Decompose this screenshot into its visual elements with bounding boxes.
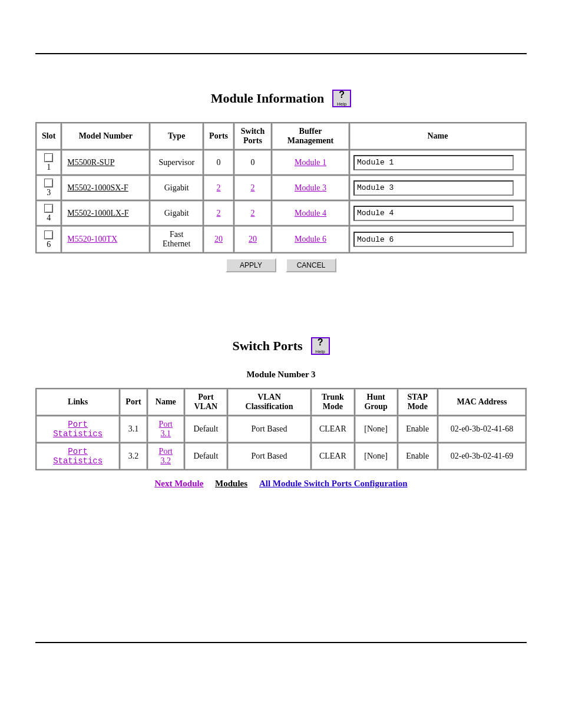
ports-link[interactable]: 2 bbox=[217, 209, 221, 218]
col-buffer: Buffer Management bbox=[272, 123, 349, 149]
module-name-input[interactable] bbox=[353, 206, 514, 221]
port-vlan-cell: Default bbox=[185, 443, 227, 469]
slot-number: 6 bbox=[43, 241, 54, 249]
col-model: Model Number bbox=[62, 123, 149, 149]
buffer-cell: Module 1 bbox=[272, 150, 349, 174]
slot-checkbox[interactable] bbox=[44, 179, 53, 187]
mac-cell: 02-e0-3b-02-41-69 bbox=[438, 443, 525, 469]
vlan-class-cell: Port Based bbox=[228, 443, 310, 469]
buffer-cell: Module 4 bbox=[272, 201, 349, 225]
ports-link[interactable]: 20 bbox=[214, 235, 223, 243]
switch-ports-cell: 20 bbox=[234, 226, 271, 252]
port-cell: 3.1 bbox=[120, 416, 146, 442]
switch-ports-subtitle: Module Number 3 bbox=[35, 370, 527, 380]
slot-cell: 4 bbox=[37, 201, 61, 225]
slot-number: 3 bbox=[43, 189, 54, 197]
buffer-cell: Module 3 bbox=[272, 176, 349, 200]
switch-ports-link[interactable]: 2 bbox=[251, 183, 255, 192]
type-cell: Supervisor bbox=[150, 150, 203, 174]
ports-link[interactable]: 2 bbox=[217, 183, 221, 192]
mac-cell: 02-e0-3b-02-41-68 bbox=[438, 416, 525, 442]
col-port-vlan: Port VLAN bbox=[185, 389, 227, 415]
module-name-input[interactable] bbox=[353, 155, 514, 170]
module-name-input[interactable] bbox=[353, 180, 514, 196]
name-cell bbox=[350, 201, 525, 225]
module-info-title: Module Information bbox=[211, 91, 325, 106]
switch-ports-link[interactable]: 2 bbox=[251, 209, 255, 218]
links-cell: Port Statistics bbox=[37, 416, 119, 442]
module-info-row: 1M5500R-SUPSupervisor00Module 1 bbox=[37, 150, 525, 174]
switch-ports-title: Switch Ports bbox=[232, 338, 302, 354]
col-links: Links bbox=[37, 389, 119, 415]
module-info-row: 6M5520-100TXFast Ethernet2020Module 6 bbox=[37, 226, 525, 252]
switch-ports-row: Port Statistics3.1Port 3.1DefaultPort Ba… bbox=[37, 416, 525, 442]
slot-checkbox[interactable] bbox=[44, 204, 53, 213]
port-cell: 3.2 bbox=[120, 443, 146, 469]
col-port: Port bbox=[120, 389, 146, 415]
model-cell: M5502-1000LX-F bbox=[62, 201, 149, 225]
slot-checkbox[interactable] bbox=[44, 153, 53, 162]
model-link: M5500R-SUP bbox=[67, 158, 114, 167]
trunk-cell: CLEAR bbox=[312, 416, 354, 442]
help-icon[interactable]: ? Help bbox=[332, 90, 351, 107]
stap-cell: Enable bbox=[398, 443, 437, 469]
module-info-row: 4M5502-1000LX-FGigabit22Module 4 bbox=[37, 201, 525, 225]
switch-ports-cell: 2 bbox=[234, 201, 271, 225]
buffer-link[interactable]: Module 1 bbox=[295, 158, 326, 167]
hunt-cell: [None] bbox=[355, 416, 397, 442]
next-module-link[interactable]: Next Module bbox=[154, 479, 203, 488]
type-cell: Fast Ethernet bbox=[150, 226, 203, 252]
switch-ports-row: Port Statistics3.2Port 3.2DefaultPort Ba… bbox=[37, 443, 525, 469]
port-name-link[interactable]: Port 3.1 bbox=[159, 420, 173, 438]
model-cell: M5500R-SUP bbox=[62, 150, 149, 174]
name-cell bbox=[350, 150, 525, 174]
module-name-input[interactable] bbox=[353, 232, 514, 247]
ports-cell: 0 bbox=[204, 150, 233, 174]
type-cell: Gigabit bbox=[150, 201, 203, 225]
ports-cell: 2 bbox=[204, 201, 233, 225]
switch-ports-nav: Next Module Modules All Module Switch Po… bbox=[35, 479, 527, 489]
col-switch-ports: Switch Ports bbox=[234, 123, 271, 149]
switch-ports-title-row: Switch Ports ? Help bbox=[35, 337, 527, 355]
slot-number: 1 bbox=[43, 163, 54, 172]
hunt-cell: [None] bbox=[355, 443, 397, 469]
top-rule bbox=[35, 53, 527, 54]
bottom-rule bbox=[35, 642, 527, 643]
model-link: M5502-1000LX-F bbox=[67, 209, 128, 218]
port-statistics-link[interactable]: Port Statistics bbox=[53, 447, 103, 466]
port-name-link[interactable]: Port 3.2 bbox=[159, 447, 173, 465]
type-cell: Gigabit bbox=[150, 176, 203, 200]
buffer-link[interactable]: Module 3 bbox=[295, 183, 326, 192]
module-info-header-row: Slot Model Number Type Ports Switch Port… bbox=[37, 123, 525, 149]
trunk-cell: CLEAR bbox=[312, 443, 354, 469]
model-link[interactable]: M5520-100TX bbox=[67, 235, 117, 243]
name-cell bbox=[350, 176, 525, 200]
switch-ports-table: Links Port Name Port VLAN VLAN Classific… bbox=[35, 388, 527, 470]
slot-checkbox[interactable] bbox=[44, 230, 53, 239]
model-cell: M5502-1000SX-F bbox=[62, 176, 149, 200]
switch-ports-cell: 0 bbox=[234, 150, 271, 174]
switch-ports-link[interactable]: 20 bbox=[249, 235, 257, 243]
col-name: Name bbox=[350, 123, 525, 149]
slot-cell: 3 bbox=[37, 176, 61, 200]
port-vlan-cell: Default bbox=[185, 416, 227, 442]
cancel-button[interactable]: CANCEL bbox=[286, 258, 336, 272]
buffer-cell: Module 6 bbox=[272, 226, 349, 252]
port-statistics-link[interactable]: Port Statistics bbox=[53, 420, 103, 439]
port-name-cell: Port 3.2 bbox=[148, 443, 184, 469]
modules-link[interactable]: Modules bbox=[215, 479, 247, 488]
all-config-link[interactable]: All Module Switch Ports Configuration bbox=[259, 479, 408, 488]
port-name-cell: Port 3.1 bbox=[148, 416, 184, 442]
buffer-link[interactable]: Module 4 bbox=[295, 209, 326, 218]
slot-cell: 1 bbox=[37, 150, 61, 174]
apply-button[interactable]: APPLY bbox=[226, 258, 276, 272]
module-info-row: 3M5502-1000SX-FGigabit22Module 3 bbox=[37, 176, 525, 200]
col-vlan-class: VLAN Classification bbox=[228, 389, 310, 415]
col-slot: Slot bbox=[37, 123, 61, 149]
name-cell bbox=[350, 226, 525, 252]
buffer-link[interactable]: Module 6 bbox=[295, 235, 326, 243]
col-type: Type bbox=[150, 123, 203, 149]
ports-cell: 20 bbox=[204, 226, 233, 252]
help-icon[interactable]: ? Help bbox=[311, 337, 330, 355]
model-link: M5502-1000SX-F bbox=[67, 183, 128, 192]
